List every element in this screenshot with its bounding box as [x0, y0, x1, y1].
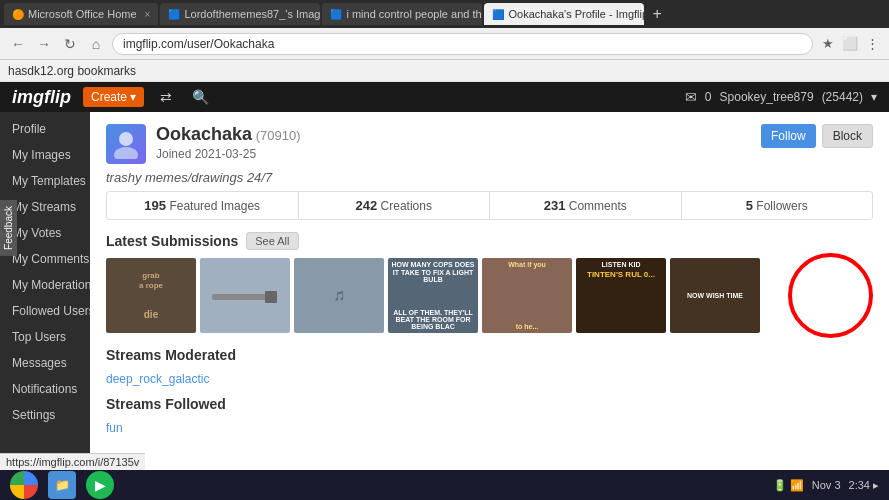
- sidebar-item-my-templates[interactable]: My Templates: [0, 168, 90, 194]
- submission-thumb-1[interactable]: graba rope die: [106, 258, 196, 333]
- see-all-button[interactable]: See All: [246, 232, 298, 250]
- sidebar: Profile My Images My Templates My Stream…: [0, 112, 90, 470]
- header-user-points: (25442): [822, 90, 863, 104]
- stat-comments[interactable]: 231 Comments: [490, 192, 682, 219]
- nav-icons: ★ ⬜ ⋮: [819, 35, 881, 53]
- stat-count-comments: 231: [544, 198, 566, 213]
- submission-thumb-5[interactable]: What if you to he...: [482, 258, 572, 333]
- taskbar-chrome[interactable]: [10, 471, 38, 499]
- stat-featured-images[interactable]: 195 Featured Images: [107, 192, 299, 219]
- imgflip-header: imgflip Create ▾ ⇄ 🔍 ✉ 0 Spookey_tree879…: [0, 82, 889, 112]
- create-button[interactable]: Create ▾: [83, 87, 144, 107]
- tab-close-1[interactable]: ×: [145, 9, 151, 20]
- profile-joined: Joined 2021-03-25: [156, 147, 751, 161]
- sidebar-item-top-users[interactable]: Top Users: [0, 324, 90, 350]
- header-right: ✉ 0 Spookey_tree879 (25442) ▾: [685, 89, 877, 105]
- submission-thumb-7[interactable]: NOW WISH TIME: [670, 258, 760, 333]
- bookmark-icon[interactable]: ★: [819, 35, 837, 53]
- profile-username[interactable]: Ookachaka: [156, 124, 252, 144]
- profile-actions: Follow Block: [761, 124, 873, 148]
- tab-favicon-2: 🟦: [168, 9, 180, 20]
- stat-count-followers: 5: [746, 198, 753, 213]
- red-circle-annotation: [788, 253, 873, 338]
- stat-label-comments: Comments: [569, 199, 627, 213]
- tab-lordofthememes[interactable]: 🟦 Lordofthememes87_'s Images... ×: [160, 3, 320, 25]
- submission-thumb-4[interactable]: HOW MANY COPS DOES IT TAKE TO FIX A LIGH…: [388, 258, 478, 333]
- streams-moderated-title: Streams Moderated: [106, 347, 873, 363]
- streams-moderated-section: Streams Moderated deep_rock_galactic: [106, 347, 873, 386]
- taskbar-right: 🔋 📶 Nov 3 2:34 ▸: [773, 479, 879, 492]
- feedback-tab[interactable]: Feedback: [0, 200, 17, 256]
- stats-bar: 195 Featured Images 242 Creations 231 Co…: [106, 191, 873, 220]
- main-content: Ookachaka (70910) Joined 2021-03-25 Foll…: [90, 112, 889, 470]
- tab-label-2: Lordofthememes87_'s Images...: [184, 8, 320, 20]
- header-username[interactable]: Spookey_tree879: [720, 90, 814, 104]
- tab-label-4: Ookachaka's Profile - Imgflip: [508, 8, 644, 20]
- sidebar-item-my-moderations[interactable]: My Moderations: [0, 272, 90, 298]
- stat-count-creations: 242: [356, 198, 378, 213]
- tab-mind-control[interactable]: 🟦 i mind control people and this b... ×: [322, 3, 482, 25]
- submissions-title-text: Latest Submissions: [106, 233, 238, 249]
- stat-followers[interactable]: 5 Followers: [682, 192, 873, 219]
- bookmarks-bar: hasdk12.org bookmarks: [0, 60, 889, 82]
- refresh-button[interactable]: ↻: [60, 34, 80, 54]
- profile-name-line: Ookachaka (70910): [156, 124, 751, 145]
- stat-label-followers: Followers: [756, 199, 807, 213]
- address-bar[interactable]: imgflip.com/user/Ookachaka: [112, 33, 813, 55]
- shuffle-icon[interactable]: ⇄: [156, 89, 176, 105]
- bookmarks-label[interactable]: hasdk12.org bookmarks: [8, 64, 136, 78]
- content-area: Profile My Images My Templates My Stream…: [0, 112, 889, 470]
- mail-icon[interactable]: ✉: [685, 89, 697, 105]
- stat-creations[interactable]: 242 Creations: [299, 192, 491, 219]
- profile-bio: trashy memes/drawings 24/7: [106, 170, 873, 185]
- submission-thumb-3[interactable]: 🎵: [294, 258, 384, 333]
- address-text: imgflip.com/user/Ookachaka: [123, 37, 274, 51]
- svg-rect-3: [265, 291, 277, 303]
- taskbar-icons: 🔋 📶: [773, 479, 804, 492]
- forward-button[interactable]: →: [34, 34, 54, 54]
- tab-favicon-1: 🟠: [12, 9, 24, 20]
- block-button[interactable]: Block: [822, 124, 873, 148]
- tab-label-1: Microsoft Office Home: [28, 8, 137, 20]
- taskbar-media[interactable]: ▶: [86, 471, 114, 499]
- new-tab-button[interactable]: +: [646, 5, 667, 23]
- tab-ookachaka-active[interactable]: 🟦 Ookachaka's Profile - Imgflip ×: [484, 3, 644, 25]
- imgflip-logo[interactable]: imgflip: [12, 87, 71, 108]
- sidebar-item-followed-users[interactable]: Followed Users: [0, 298, 90, 324]
- sidebar-item-my-images[interactable]: My Images: [0, 142, 90, 168]
- menu-icon[interactable]: ⋮: [863, 35, 881, 53]
- header-dropdown-icon[interactable]: ▾: [871, 90, 877, 104]
- profile-info: Ookachaka (70910) Joined 2021-03-25: [156, 124, 751, 161]
- profile-points: (70910): [256, 128, 301, 143]
- nav-bar: ← → ↻ ⌂ imgflip.com/user/Ookachaka ★ ⬜ ⋮: [0, 28, 889, 60]
- taskbar-files[interactable]: 📁: [48, 471, 76, 499]
- submission-thumb-2[interactable]: [200, 258, 290, 333]
- streams-followed-link[interactable]: fun: [106, 421, 123, 435]
- streams-followed-section: Streams Followed fun: [106, 396, 873, 435]
- svg-rect-2: [212, 294, 272, 300]
- stat-label-featured: Featured Images: [169, 199, 260, 213]
- taskbar-date: Nov 3: [812, 479, 841, 491]
- sidebar-item-profile[interactable]: Profile: [0, 116, 90, 142]
- sidebar-item-notifications[interactable]: Notifications: [0, 376, 90, 402]
- stat-count-featured: 195: [144, 198, 166, 213]
- back-button[interactable]: ←: [8, 34, 28, 54]
- sidebar-item-settings[interactable]: Settings: [0, 402, 90, 428]
- search-icon[interactable]: 🔍: [188, 89, 213, 105]
- taskbar-time: 2:34 ▸: [849, 479, 879, 492]
- profile-header: Ookachaka (70910) Joined 2021-03-25 Foll…: [106, 124, 873, 164]
- sidebar-item-messages[interactable]: Messages: [0, 350, 90, 376]
- streams-moderated-link[interactable]: deep_rock_galactic: [106, 372, 209, 386]
- home-button[interactable]: ⌂: [86, 34, 106, 54]
- status-url-bar: https://imgflip.com/i/87135v: [0, 453, 145, 470]
- puzzle-icon[interactable]: ⬜: [841, 35, 859, 53]
- taskbar: 📁 ▶ 🔋 📶 Nov 3 2:34 ▸: [0, 470, 889, 500]
- tab-bar: 🟠 Microsoft Office Home × 🟦 Lordofthemem…: [0, 0, 889, 28]
- submissions-section-title: Latest Submissions See All: [106, 232, 873, 250]
- submission-thumb-6[interactable]: LISTEN KID TINTEN'S RUL 0...: [576, 258, 666, 333]
- tab-favicon-3: 🟦: [330, 9, 342, 20]
- streams-followed-title: Streams Followed: [106, 396, 873, 412]
- follow-button[interactable]: Follow: [761, 124, 816, 148]
- tab-microsoft-office[interactable]: 🟠 Microsoft Office Home ×: [4, 3, 158, 25]
- notification-count: 0: [705, 90, 712, 104]
